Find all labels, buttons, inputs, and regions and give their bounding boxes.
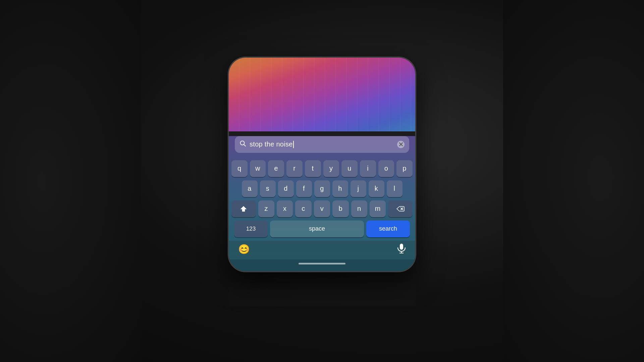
- key-q[interactable]: q: [231, 160, 248, 177]
- key-i[interactable]: i: [360, 160, 376, 177]
- numbers-key[interactable]: 123: [234, 221, 268, 237]
- key-j[interactable]: j: [351, 180, 366, 197]
- key-m[interactable]: m: [370, 200, 386, 217]
- search-query-text: stop the noise: [250, 140, 394, 148]
- search-bar-icon: [239, 140, 246, 148]
- svg-line-1: [244, 144, 246, 146]
- keyboard: q w e r t y u i o p a s d f: [229, 158, 415, 237]
- clear-search-button[interactable]: [397, 141, 405, 148]
- accessory-row: 😊: [229, 241, 415, 259]
- space-key-label: space: [309, 225, 325, 232]
- delete-key[interactable]: [388, 200, 413, 217]
- key-p[interactable]: p: [396, 160, 413, 177]
- key-z[interactable]: z: [258, 200, 274, 217]
- key-e[interactable]: e: [268, 160, 284, 177]
- search-query-value: stop the noise: [250, 140, 293, 148]
- key-x[interactable]: x: [277, 200, 293, 217]
- keyboard-row-2: a s d f g h j k l: [231, 180, 413, 197]
- key-v[interactable]: v: [314, 200, 330, 217]
- emoji-button[interactable]: 😊: [238, 244, 250, 255]
- key-h[interactable]: h: [332, 180, 348, 197]
- key-b[interactable]: b: [332, 200, 348, 217]
- phone-wallpaper: [229, 58, 415, 131]
- keyboard-row-3: z x c v b n m: [231, 200, 413, 217]
- key-c[interactable]: c: [295, 200, 311, 217]
- key-r[interactable]: r: [286, 160, 303, 177]
- key-n[interactable]: n: [351, 200, 367, 217]
- key-o[interactable]: o: [378, 160, 394, 177]
- key-s[interactable]: s: [260, 180, 276, 197]
- key-y[interactable]: y: [323, 160, 339, 177]
- space-key[interactable]: space: [270, 221, 364, 237]
- keyboard-row-bottom: 123 space search: [231, 221, 413, 237]
- text-cursor: [293, 141, 294, 148]
- bg-right-shadow: [503, 0, 644, 362]
- home-indicator: [299, 263, 345, 264]
- svg-rect-6: [400, 244, 403, 250]
- key-g[interactable]: g: [314, 180, 330, 197]
- phone-container: stop the noise q w e r t: [228, 57, 416, 305]
- keyboard-area: stop the noise q w e r t: [229, 136, 415, 271]
- home-indicator-area: [229, 259, 415, 271]
- search-key-label: search: [379, 225, 397, 232]
- mic-button[interactable]: [397, 243, 406, 255]
- search-bar[interactable]: stop the noise: [235, 136, 409, 153]
- bg-left-shadow: [0, 0, 141, 362]
- key-a[interactable]: a: [242, 180, 258, 197]
- numbers-key-label: 123: [246, 226, 256, 232]
- search-key[interactable]: search: [366, 221, 410, 237]
- shift-key[interactable]: [231, 200, 256, 217]
- key-w[interactable]: w: [250, 160, 266, 177]
- key-l[interactable]: l: [387, 180, 402, 197]
- key-u[interactable]: u: [341, 160, 358, 177]
- phone-frame: stop the noise q w e r t: [228, 57, 416, 272]
- keyboard-row-1: q w e r t y u i o p: [231, 160, 413, 177]
- phone-reflection: [228, 273, 416, 306]
- key-f[interactable]: f: [296, 180, 312, 197]
- key-k[interactable]: k: [369, 180, 384, 197]
- key-d[interactable]: d: [278, 180, 294, 197]
- key-t[interactable]: t: [305, 160, 321, 177]
